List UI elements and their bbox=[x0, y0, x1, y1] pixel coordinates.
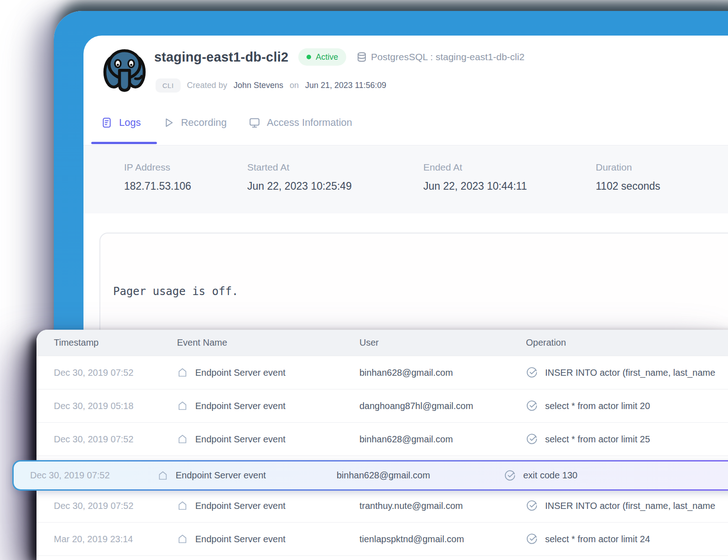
created-date: Jun 21, 2023 11:56:09 bbox=[305, 81, 386, 90]
page-title: staging-east1-db-cli2 bbox=[154, 50, 288, 65]
endpoint-server-icon bbox=[157, 470, 168, 481]
table-header: Timestamp Event Name User Operation bbox=[36, 330, 728, 356]
endpoint-server-icon bbox=[177, 434, 188, 445]
column-header-operation: Operation bbox=[526, 337, 728, 348]
endpoint-server-icon bbox=[177, 500, 188, 511]
check-circle-icon bbox=[526, 500, 538, 512]
session-info-bar: IP Address 182.71.53.106 Started At Jun … bbox=[83, 145, 728, 213]
table-row[interactable]: Dec 30, 2019 07:52 Endpoint Server event… bbox=[36, 422, 728, 456]
tab-recording[interactable]: Recording bbox=[163, 117, 227, 129]
session-type-badge: CLI bbox=[156, 78, 181, 93]
logs-icon bbox=[101, 117, 113, 129]
check-circle-icon bbox=[526, 433, 538, 445]
tab-logs[interactable]: Logs bbox=[101, 117, 141, 129]
table-row[interactable]: Dec 30, 2019 07:52 Endpoint Server event… bbox=[36, 356, 728, 389]
info-ended-at: Ended At Jun 22, 2023 10:44:11 bbox=[423, 145, 596, 213]
check-circle-icon bbox=[526, 400, 538, 412]
endpoint-server-icon bbox=[177, 534, 188, 544]
column-header-event-name: Event Name bbox=[177, 337, 359, 348]
db-type-label: PostgresSQL : staging-east1-db-cli2 bbox=[356, 52, 525, 62]
check-circle-icon bbox=[526, 533, 538, 545]
tab-bar: Logs Recording Access Information bbox=[101, 117, 352, 129]
play-icon bbox=[163, 117, 175, 129]
tab-access-information[interactable]: Access Information bbox=[249, 117, 352, 129]
terminal-line: Pager usage is off. bbox=[113, 283, 728, 301]
info-started-at: Started At Jun 22, 2023 10:25:49 bbox=[247, 145, 423, 213]
endpoint-server-icon bbox=[177, 400, 188, 411]
monitor-icon bbox=[249, 117, 260, 129]
check-circle-icon bbox=[526, 367, 538, 379]
status-badge: Active bbox=[298, 48, 346, 66]
table-row bbox=[36, 555, 728, 560]
active-tab-underline bbox=[91, 142, 157, 144]
table-row[interactable]: Mar 20, 2019 23:14 Endpoint Server event… bbox=[36, 522, 728, 555]
table-row[interactable]: Dec 30, 2019 07:52 Endpoint Server event… bbox=[36, 489, 728, 522]
info-duration: Duration 1102 seconds bbox=[596, 145, 660, 213]
postgresql-logo-icon bbox=[99, 46, 150, 97]
info-ip-address: IP Address 182.71.53.106 bbox=[124, 145, 247, 213]
column-header-user: User bbox=[359, 337, 526, 348]
database-icon bbox=[356, 52, 367, 62]
selected-table-row[interactable]: Dec 30, 2019 07:52 Endpoint Server event… bbox=[12, 460, 728, 491]
created-by-name: John Stevens bbox=[234, 81, 283, 90]
endpoint-server-icon bbox=[177, 367, 188, 378]
page: staging-east1-db-cli2 Active PostgresSQL… bbox=[0, 0, 728, 560]
check-circle-icon bbox=[504, 470, 516, 482]
status-dot-icon bbox=[307, 55, 311, 59]
events-table-panel: Timestamp Event Name User Operation Dec … bbox=[36, 330, 728, 560]
created-by-line: CLI Created by John Stevens on Jun 21, 2… bbox=[156, 78, 386, 93]
table-row[interactable]: Dec 30, 2019 05:18 Endpoint Server event… bbox=[36, 389, 728, 422]
column-header-timestamp: Timestamp bbox=[54, 337, 177, 348]
